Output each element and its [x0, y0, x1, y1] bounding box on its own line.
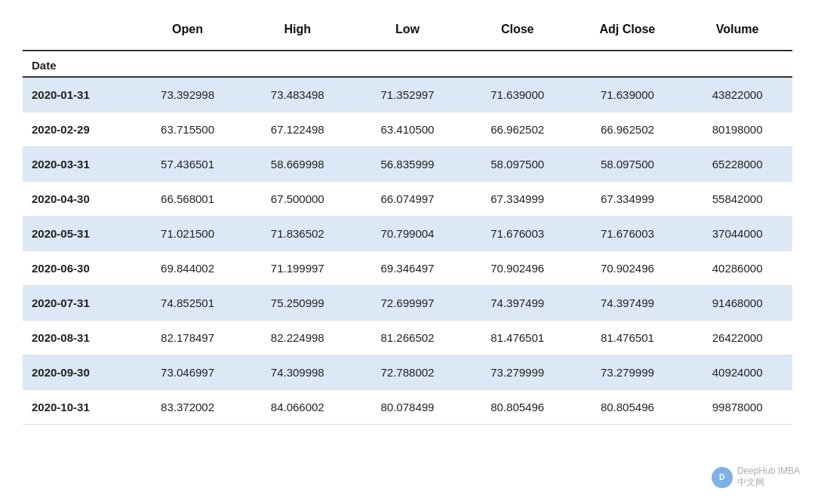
table-row: 2020-03-3157.43650158.66999856.83599958.… [23, 147, 792, 182]
cell-adj_close: 71.639000 [573, 77, 683, 112]
watermark-logo: D [712, 467, 733, 488]
cell-adj_close: 73.279999 [573, 355, 683, 390]
cell-date: 2020-07-31 [23, 286, 133, 321]
cell-open: 73.046997 [133, 355, 243, 390]
col-header-open: Open [133, 15, 243, 51]
cell-volume: 55842000 [682, 182, 792, 217]
subheader-row: Date [23, 51, 792, 77]
subheader-date: Date [23, 51, 133, 77]
cell-adj_close: 74.397499 [573, 286, 683, 321]
cell-volume: 26422000 [682, 321, 792, 355]
cell-adj_close: 58.097500 [573, 147, 683, 182]
cell-volume: 91468000 [682, 286, 792, 321]
cell-close: 70.902496 [463, 251, 573, 286]
watermark: D DeepHub IMBA 中文网 [712, 466, 800, 489]
cell-open: 82.178497 [133, 321, 243, 355]
cell-open: 57.436501 [133, 147, 243, 182]
table-row: 2020-02-2963.71550067.12249863.41050066.… [23, 112, 792, 147]
cell-low: 81.266502 [352, 321, 463, 355]
table-row: 2020-01-3173.39299873.48349871.35299771.… [23, 77, 792, 112]
cell-adj_close: 80.805496 [573, 390, 683, 425]
cell-low: 71.352997 [352, 77, 463, 112]
cell-volume: 99878000 [682, 390, 792, 425]
cell-close: 80.805496 [463, 390, 573, 425]
cell-high: 75.250999 [242, 286, 352, 321]
cell-open: 63.715500 [133, 112, 243, 147]
cell-open: 83.372002 [133, 390, 243, 425]
cell-date: 2020-01-31 [23, 77, 133, 112]
cell-high: 67.122498 [242, 112, 352, 147]
cell-close: 67.334999 [463, 182, 573, 217]
cell-close: 74.397499 [463, 286, 573, 321]
table-wrapper: Open High Low Close Adj Close Volume Dat… [23, 15, 792, 425]
cell-date: 2020-08-31 [23, 321, 133, 355]
col-header-volume: Volume [682, 15, 792, 51]
cell-low: 69.346497 [352, 251, 463, 286]
cell-high: 71.836502 [242, 217, 352, 251]
cell-adj_close: 71.676003 [573, 217, 683, 251]
col-header-low: Low [352, 15, 463, 51]
col-header-close: Close [463, 15, 573, 51]
cell-low: 72.788002 [352, 355, 463, 390]
cell-volume: 65228000 [682, 147, 792, 182]
col-header-date [23, 15, 133, 51]
cell-high: 84.066002 [242, 390, 352, 425]
table-body: 2020-01-3173.39299873.48349871.35299771.… [23, 77, 792, 425]
cell-high: 74.309998 [242, 355, 352, 390]
cell-date: 2020-05-31 [23, 217, 133, 251]
cell-open: 71.021500 [133, 217, 243, 251]
cell-volume: 43822000 [682, 77, 792, 112]
table-row: 2020-07-3174.85250175.25099972.69999774.… [23, 286, 792, 321]
cell-adj_close: 81.476501 [573, 321, 683, 355]
cell-date: 2020-10-31 [23, 390, 133, 425]
cell-low: 56.835999 [352, 147, 463, 182]
cell-high: 67.500000 [242, 182, 352, 217]
cell-close: 73.279999 [463, 355, 573, 390]
cell-date: 2020-03-31 [23, 147, 133, 182]
cell-open: 66.568001 [133, 182, 243, 217]
cell-adj_close: 67.334999 [573, 182, 683, 217]
cell-low: 72.699997 [352, 286, 463, 321]
cell-high: 71.199997 [242, 251, 352, 286]
table-row: 2020-06-3069.84400271.19999769.34649770.… [23, 251, 792, 286]
cell-date: 2020-06-30 [23, 251, 133, 286]
cell-low: 80.078499 [352, 390, 463, 425]
cell-volume: 40924000 [682, 355, 792, 390]
cell-low: 63.410500 [352, 112, 463, 147]
table-row: 2020-10-3183.37200284.06600280.07849980.… [23, 390, 792, 425]
cell-open: 74.852501 [133, 286, 243, 321]
table-row: 2020-08-3182.17849782.22499881.26650281.… [23, 321, 792, 355]
table-row: 2020-05-3171.02150071.83650270.79900471.… [23, 217, 792, 251]
data-table: Open High Low Close Adj Close Volume Dat… [23, 15, 792, 425]
watermark-text2: 中文网 [737, 476, 800, 489]
cell-date: 2020-09-30 [23, 355, 133, 390]
cell-low: 70.799004 [352, 217, 463, 251]
column-header-row: Open High Low Close Adj Close Volume [23, 15, 792, 51]
cell-close: 81.476501 [463, 321, 573, 355]
cell-volume: 80198000 [682, 112, 792, 147]
cell-high: 58.669998 [242, 147, 352, 182]
cell-open: 69.844002 [133, 251, 243, 286]
col-header-adj-close: Adj Close [573, 15, 683, 51]
cell-high: 82.224998 [242, 321, 352, 355]
cell-adj_close: 66.962502 [573, 112, 683, 147]
cell-adj_close: 70.902496 [573, 251, 683, 286]
cell-close: 58.097500 [463, 147, 573, 182]
cell-low: 66.074997 [352, 182, 463, 217]
col-header-high: High [242, 15, 352, 51]
table-row: 2020-09-3073.04699774.30999872.78800273.… [23, 355, 792, 390]
cell-open: 73.392998 [133, 77, 243, 112]
cell-date: 2020-02-29 [23, 112, 133, 147]
cell-date: 2020-04-30 [23, 182, 133, 217]
cell-close: 66.962502 [463, 112, 573, 147]
table-row: 2020-04-3066.56800167.50000066.07499767.… [23, 182, 792, 217]
cell-high: 73.483498 [242, 77, 352, 112]
cell-close: 71.639000 [463, 77, 573, 112]
cell-volume: 40286000 [682, 251, 792, 286]
cell-volume: 37044000 [682, 217, 792, 251]
cell-close: 71.676003 [463, 217, 573, 251]
watermark-text1: DeepHub IMBA [737, 466, 800, 476]
